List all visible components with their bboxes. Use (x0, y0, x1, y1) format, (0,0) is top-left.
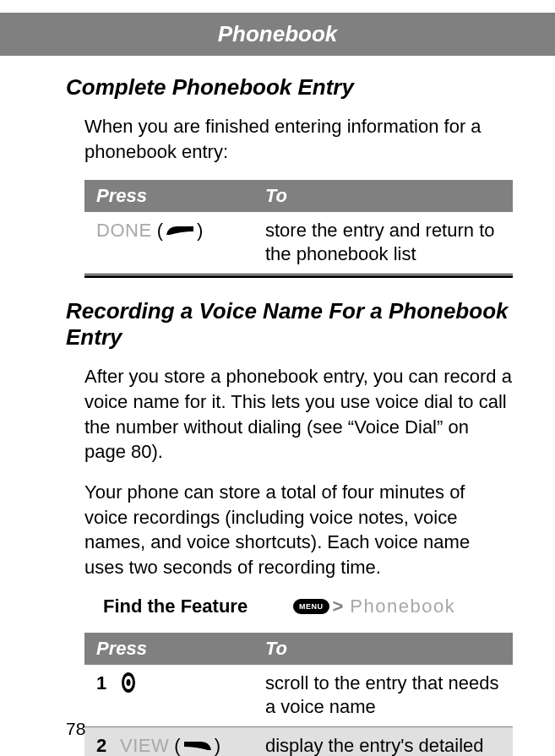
breadcrumb-separator: > (333, 596, 344, 617)
paren-close-2: ) (215, 734, 220, 756)
svg-point-2 (127, 679, 131, 686)
page-number: 78 (66, 719, 85, 739)
table1-row0-desc: store the entry and return to the phoneb… (265, 219, 501, 267)
done-button-label: DONE (96, 219, 152, 243)
view-button-label: VIEW (120, 734, 169, 756)
table1-end-rule (84, 274, 513, 278)
soft-key-right-icon (182, 734, 213, 756)
table-row: 1 scroll to the entry that needs a voice… (84, 665, 513, 726)
find-feature-label: Find the Feature (103, 596, 293, 617)
step-number-2: 2 (96, 734, 108, 756)
section2-para2: Your phone can store a total of four min… (84, 480, 513, 580)
page-header: Phonebook (0, 13, 555, 56)
soft-key-left-icon (165, 219, 195, 243)
paren-open: ( (152, 219, 163, 243)
section2-title: Recording a Voice Name For a Phonebook E… (66, 298, 513, 351)
table2-header-to: To (265, 638, 501, 660)
table2-header: Press To (84, 633, 513, 665)
scroll-nav-icon (120, 672, 137, 700)
table2-row0-press: 1 (96, 672, 265, 720)
table2-header-press: Press (96, 638, 265, 660)
table1-header: Press To (84, 180, 513, 212)
find-feature-row: Find the Feature MENU > Phonebook (103, 596, 513, 617)
paren-close: ) (197, 219, 203, 243)
table1-row0-press: DONE ( ) (96, 219, 265, 267)
breadcrumb-phonebook: Phonebook (350, 596, 455, 617)
section1-intro: When you are finished entering informati… (84, 114, 513, 164)
table-row: DONE ( ) store the entry and return to t… (84, 212, 513, 274)
table1-header-to: To (265, 185, 501, 207)
table1-header-press: Press (96, 185, 265, 207)
table2-row1-desc: display the entry's detailed view (265, 734, 501, 756)
table2-row0-desc: scroll to the entry that needs a voice n… (265, 672, 501, 720)
section2-para1: After you store a phonebook entry, you c… (84, 364, 513, 465)
paren-open-2: ( (169, 734, 180, 756)
page-content: Complete Phonebook Entry When you are fi… (0, 56, 555, 756)
table2-row1-press: 2 VIEW ( ) (96, 734, 265, 756)
menu-button-icon: MENU (293, 599, 329, 614)
table-row: 2 VIEW ( ) display the entry's detailed … (84, 727, 513, 756)
section1-title: Complete Phonebook Entry (66, 74, 513, 101)
page-header-title: Phonebook (218, 21, 338, 46)
step-number-1: 1 (96, 672, 108, 696)
